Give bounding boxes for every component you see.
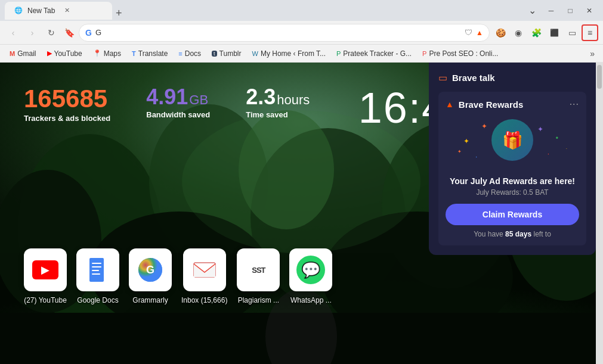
inbox-shortcut-label: Inbox (15,666) <box>181 296 227 304</box>
shortcut-plagiarism[interactable]: SST Plagiarism ... <box>237 248 280 304</box>
shortcut-grammarly[interactable]: G Grammarly <box>129 248 172 304</box>
brave-icon[interactable]: ◉ <box>510 24 527 41</box>
refresh-button[interactable]: ↻ <box>43 24 60 41</box>
address-bar[interactable]: G 🛡 ▲ <box>79 24 490 42</box>
close-button[interactable]: ✕ <box>580 4 598 18</box>
shortcuts-area: ▶ (27) YouTube Google Docs <box>24 248 332 304</box>
menu-button[interactable]: ≡ <box>582 24 598 41</box>
wordpress-icon: W <box>252 50 258 57</box>
active-tab[interactable]: 🌐 New Tab ✕ <box>5 2 112 20</box>
bookmark-translate[interactable]: T Translate <box>127 48 172 60</box>
claim-rewards-button[interactable]: Claim Rewards <box>446 204 579 225</box>
tumblr-icon: t <box>212 51 217 57</box>
bandwidth-stat: 4.91 GB Bandwidth saved <box>146 86 210 119</box>
trackers-label: Trackers & ads blocked <box>24 114 110 123</box>
brave-rewards-header: ▲ Brave Rewards ··· <box>446 99 579 110</box>
stats-area: 165685 Trackers & ads blocked 4.91 GB Ba… <box>24 86 310 123</box>
inbox-shortcut-icon <box>183 248 226 291</box>
sidebar-icon[interactable]: ▭ <box>564 24 580 41</box>
brave-talk-section: ▭ Brave talk <box>438 72 586 83</box>
bookmark-docs-label: Docs <box>185 49 201 58</box>
bookmark-gmail[interactable]: M Gmail <box>5 48 41 60</box>
bookmark-myhome[interactable]: W My Home ‹ From T... <box>248 48 331 60</box>
shortcut-youtube[interactable]: ▶ (27) YouTube <box>24 248 67 304</box>
bookmark-translate-label: Translate <box>138 49 168 58</box>
time-stat: 2.3 hours Time saved <box>246 86 310 119</box>
youtube-shortcut-icon: ▶ <box>24 248 67 291</box>
toolbar-icons: 🍪 ◉ 🧩 ⬛ ▭ ≡ <box>492 24 598 41</box>
rewards-illustration: ✦ ✦ ✦ • · · ✦ · 🎁 <box>446 119 579 167</box>
rewards-footer: You have 85 days left to <box>446 230 579 238</box>
scrollbar-thumb[interactable] <box>597 65 602 89</box>
maximize-button[interactable]: □ <box>561 4 579 18</box>
rewards-more-btn[interactable]: ··· <box>570 99 579 110</box>
plagiarism-shortcut-label: Plagiarism ... <box>238 296 279 304</box>
new-tab-button[interactable]: + <box>112 7 126 20</box>
bat-icon: ▲ <box>476 29 483 37</box>
window-controls: ⌄ ─ □ ✕ <box>523 4 598 18</box>
bookmark-youtube-label: YouTube <box>54 49 82 58</box>
bookmark-prateek-label: Prateek Tracker - G... <box>343 49 412 58</box>
cast-icon[interactable]: ⬛ <box>546 24 562 41</box>
cookie-icon[interactable]: 🍪 <box>492 24 509 41</box>
shortcut-inbox[interactable]: Inbox (15,666) <box>181 248 227 304</box>
gmail-icon: M <box>10 50 15 57</box>
google-icon: G <box>85 28 92 38</box>
tab-close-btn[interactable]: ✕ <box>64 7 70 14</box>
extensions-icon[interactable]: 🧩 <box>528 24 545 41</box>
whatsapp-shortcut-icon: 💬 <box>289 248 332 291</box>
brave-talk-icon: ▭ <box>438 72 447 83</box>
forward-button[interactable]: › <box>24 24 41 41</box>
url-input[interactable] <box>95 28 461 37</box>
bookmark-prateek[interactable]: P Prateek Tracker - G... <box>332 48 416 60</box>
trackers-stat: 165685 Trackers & ads blocked <box>24 86 110 123</box>
bookmark-prepost[interactable]: P Pre Post SEO : Onli... <box>418 48 503 60</box>
maps-icon: 📍 <box>93 49 101 57</box>
rewards-sub: July Rewards: 0.5 BAT <box>446 188 579 197</box>
bookmark-icon[interactable]: 🔖 <box>62 24 76 41</box>
back-button[interactable]: ‹ <box>5 24 21 41</box>
translate-icon: T <box>132 50 136 57</box>
bookmark-tumblr[interactable]: t Tumblr <box>207 48 246 60</box>
bookmarks-bar: M Gmail ▶ YouTube 📍 Maps T Translate ≡ D… <box>0 45 603 63</box>
rewards-footer-bold: 85 days <box>505 230 531 238</box>
chevron-down-btn[interactable]: ⌄ <box>523 4 541 18</box>
brave-rewards-card: ▲ Brave Rewards ··· ✦ ✦ ✦ • · · ✦ · 🎁 <box>438 92 586 245</box>
plagiarism-shortcut-icon: SST <box>237 248 280 291</box>
grammarly-shortcut-label: Grammarly <box>132 296 168 304</box>
svg-text:G: G <box>146 264 154 276</box>
svg-rect-15 <box>92 263 101 264</box>
shortcut-whatsapp[interactable]: 💬 WhatsApp ... <box>289 248 332 304</box>
bookmark-prepost-label: Pre Post SEO : Onli... <box>429 49 498 58</box>
tab-favicon: 🌐 <box>14 7 23 14</box>
bookmark-myhome-label: My Home ‹ From T... <box>261 49 326 58</box>
bandwidth-label: Bandwidth saved <box>146 110 210 119</box>
shortcut-gdocs[interactable]: Google Docs <box>76 248 119 304</box>
brave-triangle-icon: ▲ <box>446 99 454 109</box>
bandwidth-number: 4.91 <box>146 86 188 108</box>
bookmark-docs[interactable]: ≡ Docs <box>174 48 206 60</box>
nav-bar: ‹ › ↻ 🔖 G 🛡 ▲ 🍪 ◉ 🧩 ⬛ ▭ ≡ <box>0 21 603 45</box>
title-bar: 🌐 New Tab ✕ + ⌄ ─ □ ✕ <box>0 0 603 21</box>
svg-rect-17 <box>92 270 99 271</box>
svg-rect-16 <box>92 266 101 267</box>
time-number: 2.3 <box>246 86 276 108</box>
bookmark-gmail-label: Gmail <box>17 49 36 58</box>
confetti-decoration: ✦ ✦ ✦ • · · ✦ · <box>446 119 579 167</box>
bookmark-youtube[interactable]: ▶ YouTube <box>42 48 87 60</box>
bandwidth-unit: GB <box>189 92 208 108</box>
gdocs-shortcut-label: Google Docs <box>77 296 118 304</box>
youtube-shortcut-label: (27) YouTube <box>24 296 67 304</box>
bookmark-maps-label: Maps <box>104 49 121 58</box>
rewards-heading: Your July Ad Rewards are here! <box>446 176 579 186</box>
trackers-number: 165685 <box>24 86 110 111</box>
gdocs-shortcut-icon <box>76 248 119 291</box>
minimize-button[interactable]: ─ <box>542 4 560 18</box>
time-unit: hours <box>277 92 310 108</box>
tab-title: New Tab <box>27 7 55 15</box>
bookmarks-more-btn[interactable]: » <box>586 47 598 60</box>
time-label: Time saved <box>246 110 310 119</box>
scrollbar[interactable] <box>596 63 603 364</box>
bookmark-maps[interactable]: 📍 Maps <box>88 48 126 60</box>
youtube-icon: ▶ <box>47 49 52 57</box>
